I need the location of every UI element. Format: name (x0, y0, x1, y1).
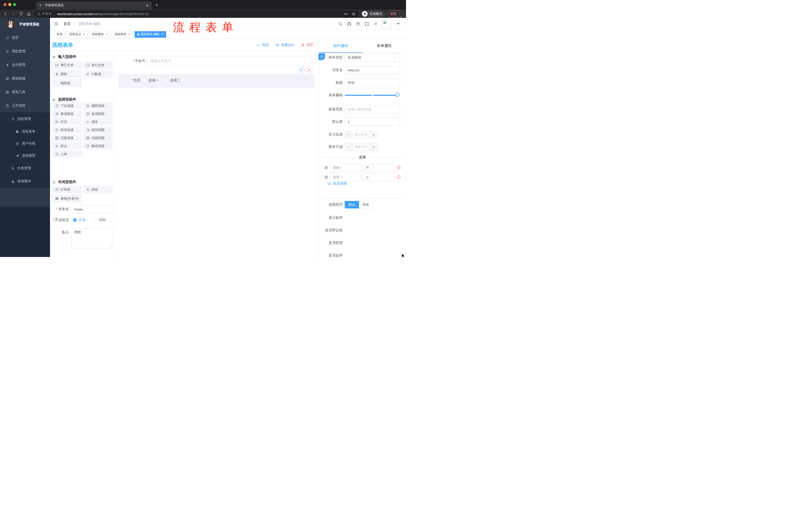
font-size-icon[interactable]: TT (373, 22, 378, 26)
palette-item-开关[interactable]: 开关 (52, 118, 82, 126)
palette-item-下拉选择[interactable]: 下拉选择 (52, 102, 82, 109)
canvas-field-phone[interactable]: *手机号 请输入手机号 (115, 57, 312, 65)
tag-首页[interactable]: 首页 (54, 31, 65, 38)
search-icon[interactable] (338, 22, 343, 26)
drag-handle-icon[interactable] (324, 165, 328, 170)
tag-close-icon[interactable]: ✕ (161, 33, 164, 36)
drag-handle-icon[interactable] (324, 175, 328, 179)
option-label-input[interactable]: 选项一 (330, 164, 362, 171)
minus-button[interactable]: − (345, 131, 352, 138)
palette-item-多行文本[interactable]: 多行文本 (83, 61, 113, 69)
tab-close-icon[interactable]: ✕ (145, 3, 149, 7)
sidebar-item-基础设施[interactable]: 基础设施 (0, 72, 50, 85)
palette-item-单选框组[interactable]: 单选框组 (52, 110, 82, 117)
palette-item-日期选择[interactable]: 日期选择 (52, 134, 82, 141)
tag-流程定义[interactable]: 流程定义✕ (66, 31, 88, 38)
palette-item-表格[开发中][interactable]: 表格[开发中] (52, 195, 82, 202)
form-name-input[interactable]: biubiu (71, 206, 113, 213)
sidebar-item-支付管理[interactable]: 支付管理 (0, 58, 50, 72)
tag-close-icon[interactable]: ✕ (128, 33, 130, 36)
palette-item-时间范围[interactable]: 时间范围 (83, 126, 113, 134)
password-key-icon[interactable] (344, 12, 348, 16)
bookmark-star-icon[interactable] (351, 12, 356, 16)
security-status[interactable]: 不安全 (37, 11, 52, 16)
phone-input[interactable]: 请输入手机号 (147, 57, 312, 65)
palette-item-评分[interactable]: 评分 (52, 142, 82, 150)
panel-tab-组件属性[interactable]: 组件属性 (319, 39, 362, 53)
title-input[interactable]: 性别 (345, 79, 400, 87)
tag-流程模型[interactable]: 流程模型✕ (89, 31, 110, 38)
sidebar-item-流程表单[interactable]: 流程表单 (0, 126, 50, 138)
palette-item-行容器[interactable]: 行容器 (52, 186, 82, 193)
status-radio-关闭[interactable] (93, 218, 97, 222)
default-value-input[interactable]: 1 (345, 118, 400, 126)
action-清空-button[interactable]: 清空 (301, 43, 314, 47)
avatar[interactable] (382, 19, 392, 29)
palette-item-编辑器[interactable]: 编辑器 (52, 79, 82, 87)
github-icon[interactable] (347, 22, 351, 26)
palette-item-颜色选择[interactable]: 颜色选择 (83, 142, 113, 150)
forward-icon[interactable] (11, 11, 16, 16)
option-value-input[interactable]: 男 (363, 164, 395, 171)
window-minimize-button[interactable] (8, 3, 11, 6)
remove-option-button[interactable] (397, 175, 401, 180)
copy-field-button[interactable] (298, 67, 304, 73)
grid-slider[interactable] (345, 91, 400, 99)
style-option-默认[interactable]: 默认 (345, 201, 359, 209)
tag-close-icon[interactable]: ✕ (106, 33, 108, 36)
option-value-input[interactable]: 女 (363, 173, 395, 181)
action-查看json-button[interactable]: 查看json (276, 43, 294, 47)
plus-button[interactable]: + (370, 143, 377, 151)
sidebar-item-首页[interactable]: 首页 (0, 31, 50, 45)
sidebar-item-工作流程[interactable]: 工作流程 (0, 99, 50, 112)
app-logo[interactable]: 芋道管理系统 (0, 18, 50, 31)
remove-option-button[interactable] (397, 165, 401, 170)
sidebar-item-请假查询[interactable]: 请假查询 (0, 175, 50, 188)
add-option-button[interactable]: 添加选项 (327, 181, 347, 186)
sidebar-item-任务管理[interactable]: 任务管理 (0, 162, 50, 175)
browser-menu-icon[interactable] (398, 12, 402, 16)
help-icon[interactable] (356, 22, 360, 26)
collapse-sidebar-icon[interactable] (54, 22, 59, 26)
window-zoom-button[interactable] (13, 3, 16, 6)
gender-option1-checkbox[interactable] (143, 79, 146, 82)
home-icon[interactable] (27, 11, 31, 16)
action-保存-button[interactable]: 保存 (256, 43, 269, 47)
status-radio-开启[interactable] (73, 218, 77, 222)
tag-close-icon[interactable]: ✕ (83, 33, 85, 36)
palette-item-上传[interactable]: 上传 (52, 151, 82, 158)
slider-handle[interactable] (396, 93, 400, 97)
palette-item-按钮[interactable]: 按钮 (83, 186, 113, 193)
palette-item-滑块[interactable]: 滑块 (83, 118, 113, 126)
field-name-input[interactable]: field122 (345, 66, 400, 74)
palette-item-时间选择[interactable]: 时间选择 (52, 126, 82, 134)
panel-tab-表单属性[interactable]: 表单属性 (362, 39, 406, 53)
avatar-caret-icon[interactable] (396, 22, 401, 26)
palette-item-日期范围[interactable]: 日期范围 (83, 134, 113, 141)
palette-item-级联选择[interactable]: 级联选择 (83, 102, 113, 109)
plus-button[interactable]: + (370, 131, 377, 138)
style-option-按钮[interactable]: 按钮 (359, 201, 373, 209)
min-select-placeholder[interactable]: 至少应选 (352, 131, 370, 138)
gender-option2-checkbox[interactable] (164, 79, 168, 82)
back-icon[interactable] (3, 11, 8, 16)
max-select-placeholder[interactable]: 最多可选 (352, 143, 370, 151)
reload-icon[interactable] (19, 11, 23, 16)
fullscreen-icon[interactable] (365, 22, 369, 26)
palette-item-计数器[interactable]: 123计数器 (83, 70, 113, 78)
palette-item-多选框组[interactable]: 多选框组 (83, 110, 113, 117)
palette-item-密码[interactable]: 密码 (52, 70, 82, 78)
slider-track[interactable] (345, 95, 398, 96)
sidebar-item-用户分组[interactable]: 用户分组 (0, 138, 50, 150)
component-type-select[interactable]: 多选框组 (345, 54, 400, 62)
canvas-field-gender[interactable]: *性别 选项一 选项二 (118, 74, 315, 88)
form-remark-textarea[interactable]: 嘿嘿 (71, 228, 113, 248)
label-width-input[interactable]: 请输入标签宽度 (345, 105, 400, 113)
breadcrumb-home[interactable]: 首页 (63, 22, 70, 26)
new-tab-button[interactable]: + (155, 2, 158, 8)
browser-tab[interactable]: 芋道管理系统 ✕ (36, 1, 152, 9)
sidebar-item-流程模型[interactable]: 流程模型 (0, 150, 50, 162)
window-close-button[interactable] (3, 3, 6, 6)
minus-button[interactable]: − (345, 143, 352, 151)
tag-流程表单[interactable]: 流程表单✕ (112, 31, 133, 38)
